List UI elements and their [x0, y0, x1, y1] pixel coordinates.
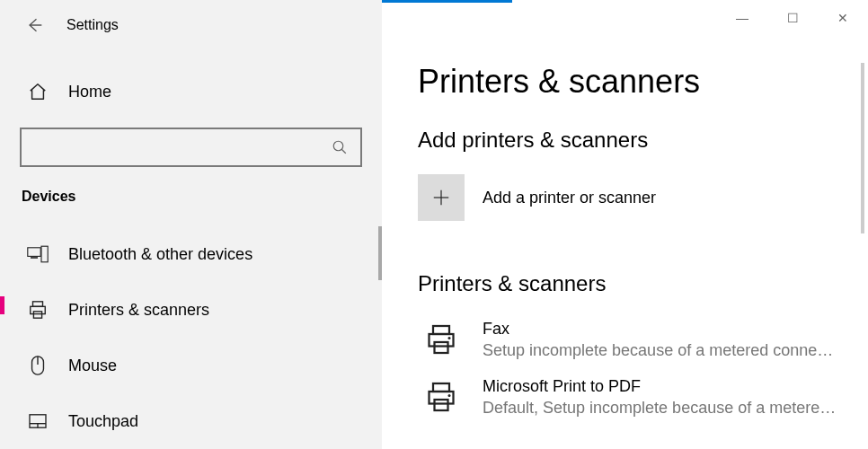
device-name: Microsoft Print to PDF [483, 375, 855, 397]
search-container [0, 128, 382, 167]
svg-rect-20 [430, 392, 454, 404]
page-title: Printers & scanners [418, 63, 868, 101]
main-content: Printers & scanners Add printers & scann… [382, 0, 868, 449]
printer-icon [27, 299, 49, 321]
app-root: Settings Home Devices [0, 0, 868, 449]
search-icon [330, 139, 350, 155]
back-button[interactable] [23, 14, 45, 36]
sidebar-item-label: Bluetooth & other devices [68, 245, 252, 264]
sidebar-item-label: Touchpad [68, 412, 138, 431]
sidebar-header: Settings [0, 0, 382, 50]
sidebar-nav: Bluetooth & other devices Printers & sca… [0, 226, 382, 449]
add-section-title: Add printers & scanners [418, 128, 868, 153]
sidebar-item-bluetooth[interactable]: Bluetooth & other devices [0, 226, 382, 282]
svg-rect-3 [31, 257, 38, 259]
search-input[interactable] [32, 138, 330, 157]
svg-rect-15 [433, 326, 449, 334]
home-icon [27, 81, 49, 102]
svg-rect-2 [28, 248, 40, 257]
svg-rect-17 [435, 342, 448, 353]
sidebar-item-label: Mouse [68, 357, 117, 375]
sidebar-title: Settings [66, 17, 119, 33]
device-subtitle: Setup incomplete because of a metered co… [483, 339, 855, 361]
sidebar-item-mouse[interactable]: Mouse [0, 338, 382, 393]
svg-rect-7 [33, 312, 41, 318]
printer-icon [418, 375, 465, 418]
sidebar: Settings Home Devices [0, 0, 382, 449]
device-subtitle: Default, Setup incomplete because of a m… [483, 397, 855, 418]
device-row[interactable]: Microsoft Print to PDF Default, Setup in… [418, 375, 868, 433]
list-section-title: Printers & scanners [418, 271, 868, 296]
mouse-icon [27, 355, 49, 376]
add-button[interactable] [418, 174, 465, 221]
device-list: Fax Setup incomplete because of a metere… [418, 318, 868, 433]
svg-rect-19 [433, 383, 449, 392]
add-printer-row[interactable]: Add a printer or scanner [418, 174, 868, 221]
sidebar-home-label: Home [68, 83, 111, 101]
touchpad-icon [27, 410, 49, 432]
svg-rect-5 [33, 302, 43, 307]
search-box[interactable] [20, 128, 362, 167]
svg-line-1 [341, 149, 346, 154]
main-scrollbar-thumb[interactable] [861, 63, 864, 233]
back-arrow-icon [25, 16, 43, 34]
device-name: Fax [483, 318, 855, 339]
bluetooth-devices-icon [27, 243, 49, 265]
printer-icon [418, 318, 465, 361]
svg-rect-16 [430, 334, 454, 347]
svg-rect-4 [41, 246, 48, 262]
svg-point-0 [333, 141, 343, 151]
sidebar-item-label: Printers & scanners [68, 301, 209, 320]
sidebar-section-label: Devices [0, 167, 382, 210]
device-text: Fax Setup incomplete because of a metere… [483, 318, 868, 361]
add-printer-label: Add a printer or scanner [483, 189, 656, 207]
sidebar-home[interactable]: Home [0, 66, 382, 117]
svg-rect-21 [435, 400, 448, 410]
svg-point-22 [448, 394, 451, 397]
device-row[interactable]: Fax Setup incomplete because of a metere… [418, 318, 868, 375]
svg-point-18 [448, 337, 451, 339]
plus-icon [431, 188, 451, 207]
sidebar-item-printers[interactable]: Printers & scanners [0, 282, 382, 338]
svg-rect-6 [31, 306, 46, 313]
sidebar-item-touchpad[interactable]: Touchpad [0, 393, 382, 449]
device-text: Microsoft Print to PDF Default, Setup in… [483, 375, 868, 418]
